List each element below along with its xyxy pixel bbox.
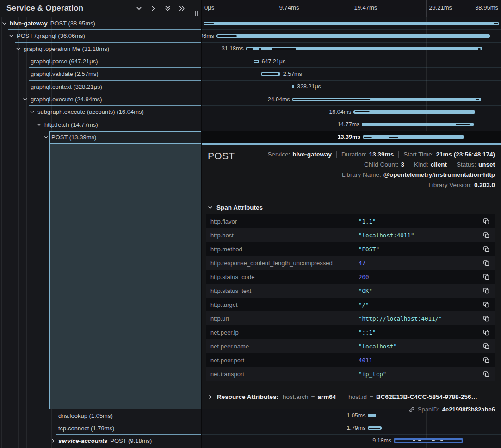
span-timeline-cell[interactable]: 14.77ms [202, 118, 501, 131]
child-span-marker [293, 99, 370, 100]
column-resize-divider[interactable] [201, 0, 202, 448]
copy-icon[interactable] [481, 341, 491, 351]
span-tree-cell[interactable]: graphql.validate (2.57ms) [0, 68, 201, 80]
resource-attribute: host.arch=arm64 [283, 393, 336, 400]
meta-value: @opentelemetry/instrumentation-http [383, 171, 495, 178]
link-icon[interactable] [408, 406, 415, 413]
span-bar[interactable] [292, 98, 482, 101]
span-row[interactable]: graphql.execute (24.94ms)24.94ms [0, 93, 501, 106]
span-row[interactable]: POST /graphql (36.06ms)36.06ms [0, 30, 501, 42]
span-tree-cell[interactable]: hive-gatewayPOST (38.95ms) [0, 17, 201, 30]
span-timeline-cell[interactable]: 36.06ms [202, 30, 501, 42]
span-bar[interactable] [246, 47, 482, 50]
span-tree-cell[interactable]: graphql.context (328.21μs) [0, 81, 201, 93]
chevron-down-icon[interactable] [16, 46, 21, 51]
attribute-key: http.status_code [210, 274, 359, 280]
copy-icon[interactable] [481, 313, 491, 324]
span-timeline-cell[interactable]: 24.94ms [202, 93, 501, 106]
span-timeline-cell[interactable] [202, 17, 501, 30]
span-bar[interactable] [254, 60, 259, 63]
span-tree-cell[interactable]: dns.lookup (1.05ms) [0, 410, 201, 422]
resource-attribute: host.id=BC62E13B-C4CC-5854-9788-256… [348, 393, 477, 400]
span-tree-cell[interactable]: POST /graphql (36.06ms) [0, 30, 201, 42]
span-name: http.fetch (14.77ms) [44, 118, 98, 131]
copy-icon[interactable] [481, 272, 491, 282]
span-row[interactable]: subgraph.execute (accounts) (16.04ms)16.… [0, 106, 501, 118]
copy-icon[interactable] [481, 244, 491, 254]
span-timeline-cell[interactable]: 16.04ms [202, 106, 501, 118]
span-tree-cell[interactable]: http.fetch (14.77ms) [0, 118, 201, 131]
attribute-value: "::1" [359, 329, 481, 336]
attribute-row: http.status_code200 [206, 270, 495, 284]
span-bar[interactable] [394, 438, 463, 443]
span-bar[interactable] [216, 34, 490, 38]
copy-icon[interactable] [481, 230, 491, 240]
span-timeline-cell[interactable]: 328.21μs [202, 81, 501, 93]
span-duration-label: 1.79ms [346, 422, 365, 435]
span-bar[interactable] [353, 110, 475, 114]
chevron-right-icon[interactable] [50, 438, 56, 443]
attribute-row: http.status_text"OK" [206, 284, 495, 298]
span-row[interactable]: graphql.validate (2.57ms)2.57ms [0, 68, 501, 80]
copy-icon[interactable] [481, 286, 491, 296]
span-tree-cell[interactable]: graphql.execute (24.94ms) [0, 93, 201, 106]
span-tree-cell[interactable]: tcp.connect (1.79ms) [0, 422, 201, 435]
span-row[interactable]: http.fetch (14.77ms)14.77ms [0, 118, 501, 131]
copy-icon[interactable] [481, 299, 491, 310]
copy-icon[interactable] [481, 327, 491, 337]
meta-label: Kind: [414, 161, 428, 168]
meta-value: client [431, 161, 447, 168]
drag-handle-icon[interactable] [195, 11, 199, 16]
span-bar[interactable] [362, 123, 474, 126]
chevron-down-icon[interactable] [135, 4, 143, 12]
span-timeline-cell[interactable]: 31.18ms [202, 43, 501, 55]
span-row[interactable]: hive-gatewayPOST (38.95ms) [0, 17, 501, 30]
span-timeline-cell[interactable]: 1.79ms [202, 422, 501, 435]
chevron-down-icon[interactable] [30, 109, 35, 114]
span-bar[interactable] [292, 85, 294, 88]
copy-icon[interactable] [481, 369, 491, 379]
attribute-value: "http://localhost:4011/" [359, 315, 481, 322]
span-name: service-accountsPOST (9.18ms) [58, 435, 152, 447]
child-span-marker [494, 23, 498, 24]
chevron-down-icon[interactable] [23, 97, 28, 102]
chevron-right-icon[interactable] [149, 4, 157, 12]
span-id-value: 4e21998f3b82abe6 [442, 406, 495, 413]
span-row[interactable]: POST (13.39ms)13.39ms [0, 131, 501, 143]
child-span-marker [254, 61, 258, 62]
span-timeline-cell[interactable]: 2.57ms [202, 68, 501, 80]
chevron-right-icon[interactable] [208, 394, 213, 399]
span-timeline-cell[interactable]: 13.39ms [202, 131, 501, 143]
span-tree-cell[interactable]: graphql.operation Me (31.18ms) [0, 43, 201, 55]
chevron-down-icon[interactable] [43, 135, 49, 140]
child-span-marker [204, 23, 214, 24]
span-row[interactable]: service-accountsPOST (9.18ms)9.18ms [0, 435, 501, 447]
span-tree-cell[interactable]: POST (13.39ms) [0, 131, 201, 143]
copy-icon[interactable] [481, 258, 491, 268]
span-tree-cell[interactable]: service-accountsPOST (9.18ms) [0, 435, 201, 447]
copy-icon[interactable] [481, 355, 491, 365]
chevron-down-icon[interactable] [37, 122, 42, 127]
span-bar[interactable] [368, 426, 381, 430]
span-tree-cell[interactable]: graphql.parse (647.21μs) [0, 55, 201, 68]
span-row[interactable]: tcp.connect (1.79ms)1.79ms [0, 422, 501, 435]
span-tree-cell[interactable]: subgraph.execute (accounts) (16.04ms) [0, 106, 201, 118]
span-row[interactable]: graphql.operation Me (31.18ms)31.18ms [0, 43, 501, 55]
resource-key: host.arch [283, 393, 309, 400]
span-bar[interactable] [204, 22, 499, 25]
resource-attributes-label[interactable]: Resource Attributes: [217, 393, 278, 400]
span-row[interactable]: graphql.parse (647.21μs)647.21μs [0, 55, 501, 68]
chevrons-down-icon[interactable] [163, 4, 172, 12]
span-timeline-cell[interactable]: 647.21μs [202, 55, 501, 68]
chevron-down-icon[interactable] [9, 33, 14, 38]
span-bar[interactable] [363, 135, 464, 139]
span-duration-label: 9.18ms [372, 435, 391, 447]
span-row[interactable]: graphql.context (328.21μs)328.21μs [0, 81, 501, 93]
chevrons-right-icon[interactable] [178, 4, 186, 12]
copy-icon[interactable] [481, 216, 491, 226]
span-bar[interactable] [261, 72, 280, 76]
span-timeline-cell[interactable]: 9.18ms [202, 435, 501, 447]
span-bar[interactable] [368, 414, 376, 417]
span-attributes-section-header[interactable]: Span Attributes [208, 204, 263, 211]
chevron-down-icon[interactable] [2, 21, 7, 26]
